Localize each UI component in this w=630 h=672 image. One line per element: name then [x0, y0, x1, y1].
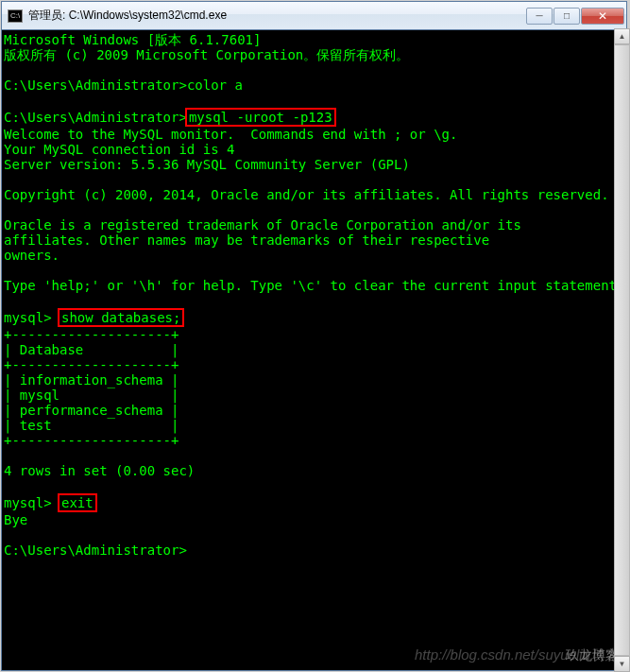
table-border: +--------------------+ [4, 327, 179, 342]
minimize-button[interactable]: ─ [526, 8, 553, 25]
table-row: | information_schema | [4, 372, 179, 388]
vertical-scrollbar[interactable]: ▲ ▼ [614, 28, 630, 672]
mysql-server-version: Server version: 5.5.36 MySQL Community S… [4, 157, 410, 172]
table-row: | mysql | [4, 388, 179, 403]
cmd-icon: C:\ [8, 9, 23, 23]
mysql-welcome: Welcome to the MySQL monitor. Commands e… [4, 127, 457, 142]
window-title: 管理员: C:\Windows\system32\cmd.exe [28, 8, 526, 24]
table-header: | Database | [4, 342, 179, 357]
scroll-up-button[interactable]: ▲ [614, 28, 630, 44]
oracle-trademark: Oracle is a registered trademark of Orac… [4, 217, 521, 233]
command-color: color a [187, 78, 243, 93]
mysql-prompt: mysql> [4, 495, 60, 510]
terminal-content[interactable]: Microsoft Windows [版本 6.1.7601] 版权所有 (c)… [2, 30, 626, 670]
prompt: C:\Users\Administrator> [4, 110, 187, 125]
titlebar[interactable]: C:\ 管理员: C:\Windows\system32\cmd.exe ─ □… [2, 2, 626, 30]
prompt: C:\Users\Administrator> [4, 78, 187, 93]
rows-result: 4 rows in set (0.00 sec) [4, 463, 195, 478]
copyright-line: 版权所有 (c) 2009 Microsoft Corporation。保留所有… [4, 47, 409, 62]
mysql-copyright: Copyright (c) 2000, 2014, Oracle and/or … [4, 187, 609, 202]
mysql-prompt: mysql> [4, 310, 60, 325]
oracle-trademark: affiliates. Other names may be trademark… [4, 233, 489, 248]
highlighted-exit: exit [58, 493, 97, 512]
prompt: C:\Users\Administrator> [4, 543, 187, 558]
scroll-thumb[interactable] [614, 44, 630, 656]
scroll-down-button[interactable]: ▼ [614, 656, 630, 672]
cmd-window: C:\ 管理员: C:\Windows\system32\cmd.exe ─ □… [1, 1, 627, 671]
table-border: +--------------------+ [4, 357, 179, 372]
highlighted-show-databases: show databases; [58, 308, 184, 327]
highlighted-mysql-login: mysql -uroot -p123 [185, 108, 336, 127]
os-version: Microsoft Windows [版本 6.1.7601] [4, 32, 261, 47]
bye-message: Bye [4, 512, 27, 527]
table-row: | test | [4, 418, 179, 433]
oracle-trademark: owners. [4, 248, 60, 263]
mysql-help-hint: Type 'help;' or '\h' for help. Type '\c'… [4, 278, 624, 293]
window-controls: ─ □ ✕ [526, 8, 624, 25]
table-row: | performance_schema | [4, 403, 179, 418]
maximize-button[interactable]: □ [553, 8, 580, 25]
close-button[interactable]: ✕ [581, 8, 624, 25]
watermark-overlay: 玖龙博客 [566, 647, 619, 663]
mysql-connection-id: Your MySQL connection id is 4 [4, 142, 234, 157]
scroll-track[interactable] [614, 44, 630, 656]
table-border: +--------------------+ [4, 433, 179, 448]
